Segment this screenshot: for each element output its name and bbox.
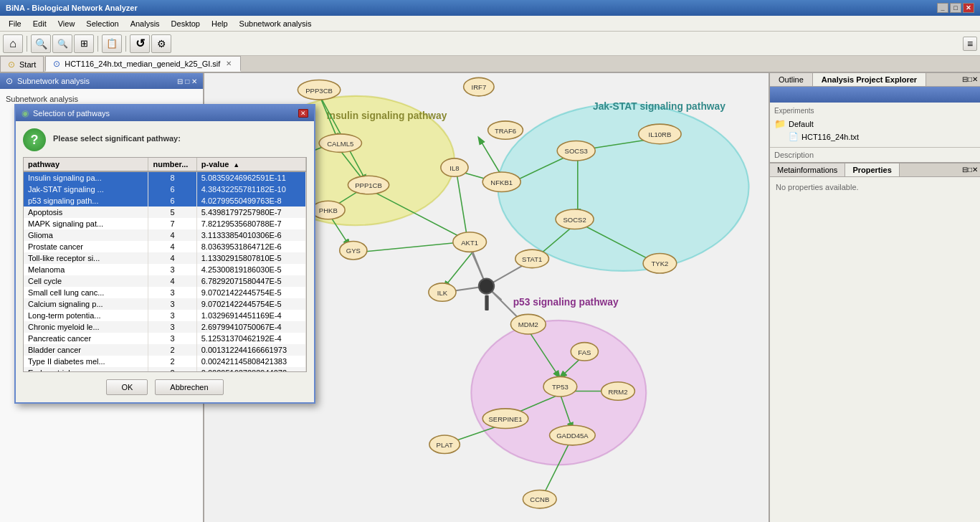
cell-pvalue: 0.002951637283944072 xyxy=(196,367,305,372)
description-label: Description xyxy=(774,151,814,159)
cell-number: 4 xyxy=(148,241,196,252)
outline-tab[interactable]: Outline xyxy=(770,73,813,86)
jak-stat-pathway-label: Jak-STAT signaling pathway xyxy=(593,101,726,112)
zoom-out-button[interactable]: 🔍 xyxy=(52,34,72,53)
table-row[interactable]: Bladder cancer20.001312244166661973 xyxy=(24,344,306,356)
svg-text:ILK: ILK xyxy=(437,289,448,297)
cell-number: 2 xyxy=(148,356,196,367)
metainfo-controls[interactable]: ⊟□✕ xyxy=(960,163,980,176)
default-folder-item[interactable]: 📁 Default xyxy=(774,117,976,130)
svg-text:PLAT: PLAT xyxy=(437,441,453,449)
cell-pvalue: 5.08359246962591E-11 xyxy=(196,171,305,184)
menu-view[interactable]: View xyxy=(52,18,81,29)
cell-number: 6 xyxy=(148,195,196,207)
table-row[interactable]: Long-term potentia...31.03296914451169E-… xyxy=(24,310,306,321)
select-label: Please select significant pathway: xyxy=(53,128,181,143)
file-item[interactable]: 📄 HCT116_24h.txt xyxy=(774,130,976,143)
left-panel-controls[interactable]: ⊟ □ ✕ xyxy=(177,77,197,85)
table-row[interactable]: Pancreatic cancer35.12531370462192E-4 xyxy=(24,333,306,344)
cell-pathway: Type II diabetes mel... xyxy=(24,356,148,367)
table-row[interactable]: Cell cycle46.78292071580447E-5 xyxy=(24,275,306,287)
close-button[interactable]: ✕ xyxy=(963,3,974,13)
right-panel-control[interactable]: ⊟□✕ xyxy=(960,73,980,86)
table-row[interactable]: Type II diabetes mel...20.00242114580842… xyxy=(24,356,306,367)
col-header-number[interactable]: number... xyxy=(148,158,196,171)
svg-text:AKT1: AKT1 xyxy=(461,239,478,247)
zoom-in-button[interactable]: 🔍 xyxy=(31,34,51,53)
table-row[interactable]: Endometrial cancer20.002951637283944072 xyxy=(24,367,306,372)
svg-rect-85 xyxy=(485,295,488,310)
options-button[interactable]: ⚙ xyxy=(151,34,171,53)
fit-button[interactable]: ⊞ xyxy=(74,34,94,53)
dialog-body: ? Please select significant pathway: pat… xyxy=(16,121,314,402)
col-header-pathway[interactable]: pathway xyxy=(24,158,148,171)
cell-pathway: Jak-STAT signaling ... xyxy=(24,184,148,195)
svg-text:CALML5: CALML5 xyxy=(327,140,353,148)
pathway-table-container[interactable]: pathway number... p-value ▲ Insulin sign… xyxy=(23,157,307,372)
p53-pathway-label: p53 signaling pathway xyxy=(513,297,619,308)
table-row[interactable]: Toll-like receptor si...41.1330291580781… xyxy=(24,252,306,264)
cell-pathway: Prostate cancer xyxy=(24,241,148,252)
cancel-button[interactable]: Abbrechen xyxy=(155,379,223,395)
analysis-project-tab[interactable]: Analysis Project Explorer xyxy=(813,73,926,86)
svg-text:TP53: TP53 xyxy=(552,383,569,391)
svg-text:SOCS2: SOCS2 xyxy=(563,216,586,224)
left-panel-text: Subnetwork analysis xyxy=(6,95,78,103)
table-row[interactable]: Apoptosis55.43981797257980E-7 xyxy=(24,207,306,218)
table-row[interactable]: Glioma43.11333854010306E-6 xyxy=(24,229,306,241)
svg-text:STAT1: STAT1 xyxy=(522,255,542,263)
cell-pvalue: 1.03296914451169E-4 xyxy=(196,310,305,321)
menu-bar: File Edit View Selection Analysis Deskto… xyxy=(0,16,980,32)
svg-line-11 xyxy=(444,252,472,288)
right-panel-header xyxy=(770,87,980,103)
table-row[interactable]: MAPK signaling pat...77.82129535680788E-… xyxy=(24,218,306,229)
svg-text:SERPINE1: SERPINE1 xyxy=(488,415,522,423)
menu-selection[interactable]: Selection xyxy=(80,18,124,29)
dialog-title: Selection of pathways xyxy=(33,109,294,118)
table-row[interactable]: Jak-STAT signaling ...64.38432255781182E… xyxy=(24,184,306,195)
menu-file[interactable]: File xyxy=(3,18,27,29)
cell-pathway: Apoptosis xyxy=(24,207,148,218)
network-tab-icon: ⊙ xyxy=(53,59,60,69)
table-row[interactable]: Calcium signaling p...39.07021422445754E… xyxy=(24,298,306,310)
menu-desktop[interactable]: Desktop xyxy=(166,18,206,29)
menu-subnetwork[interactable]: Subnetwork analysis xyxy=(234,18,318,29)
tab-start[interactable]: ⊙ Start xyxy=(0,56,44,72)
tab-network[interactable]: ⊙ HCT116_24h.txt_median_geneid_k25_GI.si… xyxy=(45,56,241,72)
table-row[interactable]: Melanoma34.25300819186030E-5 xyxy=(24,264,306,275)
window-controls: _ □ ✕ xyxy=(937,3,974,13)
cell-number: 3 xyxy=(148,310,196,321)
home-button[interactable]: ⌂ xyxy=(3,34,23,53)
metainfo-tab[interactable]: Metainformations xyxy=(770,163,845,176)
dialog-close-button[interactable]: ✕ xyxy=(298,109,308,118)
cell-number: 5 xyxy=(148,207,196,218)
menu-help[interactable]: Help xyxy=(206,18,234,29)
table-row[interactable]: Chronic myeloid le...32.69799410750067E-… xyxy=(24,321,306,333)
cell-pvalue: 1.13302915807810E-5 xyxy=(196,252,305,264)
maximize-button[interactable]: □ xyxy=(950,3,961,13)
cell-pvalue: 4.02799550499763E-8 xyxy=(196,195,305,207)
properties-tab[interactable]: Properties xyxy=(845,163,899,176)
cell-number: 3 xyxy=(148,333,196,344)
right-control-button[interactable]: ≡ xyxy=(963,37,977,51)
copy-button[interactable]: 📋 xyxy=(102,34,122,53)
table-row[interactable]: Small cell lung canc...39.07021422445754… xyxy=(24,287,306,298)
table-row[interactable]: p53 signaling path...64.02799550499763E-… xyxy=(24,195,306,207)
svg-text:NFKB1: NFKB1 xyxy=(490,179,513,186)
col-header-pvalue[interactable]: p-value ▲ xyxy=(196,158,305,171)
svg-text:MDM2: MDM2 xyxy=(518,321,538,328)
cell-pathway: Long-term potentia... xyxy=(24,310,148,321)
right-panel: Outline Analysis Project Explorer ⊟□✕ Ex… xyxy=(769,73,980,522)
network-tab-close[interactable]: ✕ xyxy=(224,60,233,67)
minimize-button[interactable]: _ xyxy=(937,3,948,13)
refresh-button[interactable]: ↺ xyxy=(130,34,150,53)
app-title: BiNA - Biological Network Analyzer xyxy=(6,4,937,12)
table-row[interactable]: Insulin signaling pa...85.08359246962591… xyxy=(24,171,306,184)
cell-pathway: Cell cycle xyxy=(24,275,148,287)
table-row[interactable]: Prostate cancer48.03639531864712E-6 xyxy=(24,241,306,252)
menu-analysis[interactable]: Analysis xyxy=(125,18,166,29)
cell-pathway: Pancreatic cancer xyxy=(24,333,148,344)
svg-line-12 xyxy=(456,169,467,239)
menu-edit[interactable]: Edit xyxy=(27,18,52,29)
ok-button[interactable]: OK xyxy=(106,379,148,395)
